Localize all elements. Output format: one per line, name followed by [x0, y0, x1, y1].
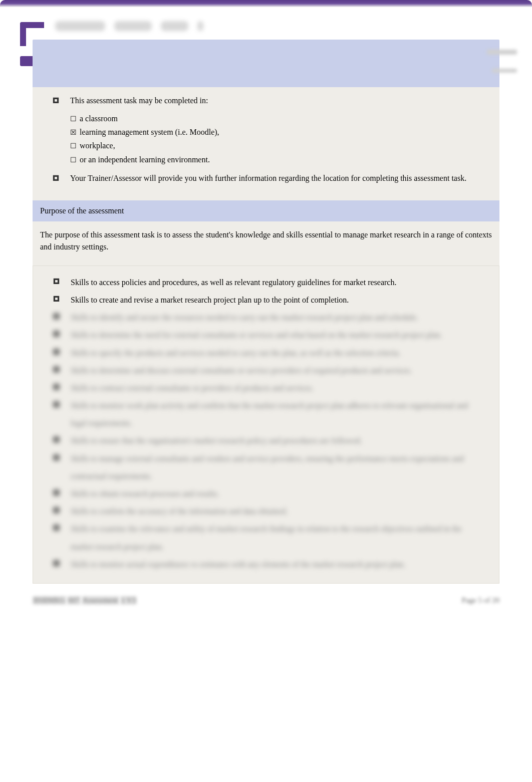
bullet-icon: 🞑 — [53, 557, 60, 571]
purpose-header: Purpose of the assessment — [33, 200, 499, 221]
assessment-intro-item: 🞑 This assessment task may be completed … — [53, 95, 489, 166]
document-header — [10, 17, 522, 87]
bullet-icon: 🞑 — [53, 310, 60, 324]
skill-text-blurred: Skills to ensure that the organisation's… — [71, 436, 362, 445]
assessment-intro-text: This assessment task may be completed in… — [70, 96, 208, 105]
skill-item-blurred: 🞑Skills to monitor work plan activity an… — [53, 397, 484, 432]
skill-item-blurred: 🞑Skills to ensure that the organisation'… — [53, 432, 484, 449]
assessment-options-list: ☐a classroom ☒learning management system… — [70, 112, 489, 166]
bullet-icon: 🞑 — [53, 433, 60, 447]
skill-text-blurred: Skills to examine the relevance and util… — [71, 525, 462, 551]
skill-text-blurred: Skills to obtain research processes and … — [71, 489, 219, 498]
checkbox-unchecked-icon: ☐ — [70, 115, 77, 123]
option-workplace: ☐workplace, — [70, 139, 489, 152]
skill-item-blurred: 🞑Skills to confirm the accuracy of the i… — [53, 502, 484, 520]
checkbox-unchecked-icon: ☐ — [70, 156, 77, 164]
window-top-border — [0, 0, 532, 7]
assessment-location-box: 🞑 This assessment task may be completed … — [33, 87, 499, 200]
skill-text-blurred: Skills to contract external consultants … — [71, 384, 314, 392]
footer-left: BSBMKG607 Assessment 1 V3 — [33, 596, 137, 605]
option-independent: ☐or an independent learning environment. — [70, 153, 489, 166]
checkbox-unchecked-icon: ☐ — [70, 142, 77, 150]
skill-item-blurred: 🞑Skills to determine and discuss externa… — [53, 362, 484, 379]
bullet-icon: 🞑 — [53, 275, 60, 289]
skill-item: 🞑 Skills to access policies and procedur… — [53, 274, 484, 291]
footer-code-prefix: BSBMKG — [33, 596, 66, 605]
skill-text-blurred: Skills to determine the need for externa… — [71, 331, 442, 339]
skill-text: Skills to access policies and procedures… — [71, 278, 396, 287]
bullet-icon: 🞑 — [53, 363, 60, 377]
skill-item-blurred: 🞑Skills to manage external consultants a… — [53, 450, 484, 485]
skill-text-blurred: Skills to specify the products and servi… — [71, 349, 400, 357]
bullet-icon: 🞑 — [53, 345, 60, 360]
bullet-icon: 🞑 — [53, 398, 60, 412]
header-right-labels — [487, 50, 517, 73]
purpose-body-text: The purpose of this assessment task is t… — [40, 230, 492, 251]
skill-item-blurred: 🞑Skills to obtain research processes and… — [53, 485, 484, 502]
skill-text-blurred: Skills to determine and discuss external… — [71, 366, 412, 375]
skill-item-blurred: 🞑Skills to determine the need for extern… — [53, 326, 484, 344]
skill-item-blurred: 🞑Skills to examine the relevance and uti… — [53, 520, 484, 555]
document-page: 🞑 This assessment task may be completed … — [0, 17, 532, 605]
option-lms: ☒learning management system (i.e. Moodle… — [70, 125, 489, 139]
bullet-icon: 🞑 — [53, 451, 60, 465]
skill-item-blurred: 🞑Skills to monitor actual expenditures v… — [53, 556, 484, 573]
skill-item-blurred: 🞑Skills to contract external consultants… — [53, 379, 484, 397]
footer-page-number: Page 5 of 20 — [462, 596, 499, 605]
trainer-note-text: Your Trainer/Assessor will provide you w… — [70, 174, 466, 182]
page-footer: BSBMKG607 Assessment 1 V3 Page 5 of 20 — [33, 596, 499, 605]
skill-text-blurred: Skills to confirm the accuracy of the in… — [71, 507, 288, 515]
footer-version: 1 V3 — [120, 596, 137, 605]
skills-list: 🞑 Skills to access policies and procedur… — [48, 274, 484, 573]
checkbox-checked-icon: ☒ — [70, 128, 77, 136]
skill-item-blurred: 🞑Skills to specify the products and serv… — [53, 344, 484, 362]
trainer-note-item: 🞑 Your Trainer/Assessor will provide you… — [53, 172, 489, 184]
bullet-icon: 🞑 — [53, 521, 60, 536]
skill-text-blurred: Skills to monitor work plan activity and… — [71, 401, 468, 427]
purpose-body: The purpose of this assessment task is t… — [33, 221, 499, 266]
option-classroom: ☐a classroom — [70, 112, 489, 125]
bullet-icon: 🞑 — [53, 327, 60, 342]
bullet-icon: 🞑 — [53, 486, 60, 500]
header-title-blurred — [55, 21, 203, 31]
skill-text-blurred: Skills to identify and secure the resour… — [71, 313, 418, 322]
bullet-icon: 🞑 — [53, 503, 60, 518]
bullet-icon: 🞑 — [53, 96, 59, 106]
skills-box: 🞑 Skills to access policies and procedur… — [33, 266, 499, 584]
skill-text-blurred: Skills to manage external consultants an… — [71, 454, 464, 480]
purpose-header-text: Purpose of the assessment — [40, 206, 124, 215]
skill-text: Skills to create and revise a market res… — [71, 296, 349, 304]
footer-code-suffix: 607 — [67, 596, 81, 605]
skill-text-blurred: Skills to monitor actual expenditures vs… — [71, 560, 405, 569]
skill-item: 🞑 Skills to create and revise a market r… — [53, 291, 484, 309]
skill-item-blurred: 🞑Skills to identify and secure the resou… — [53, 309, 484, 326]
bullet-icon: 🞑 — [53, 380, 60, 395]
bullet-icon: 🞑 — [53, 292, 60, 307]
bullet-icon: 🞑 — [53, 173, 59, 183]
footer-assessment-label: Assessment — [82, 596, 119, 605]
